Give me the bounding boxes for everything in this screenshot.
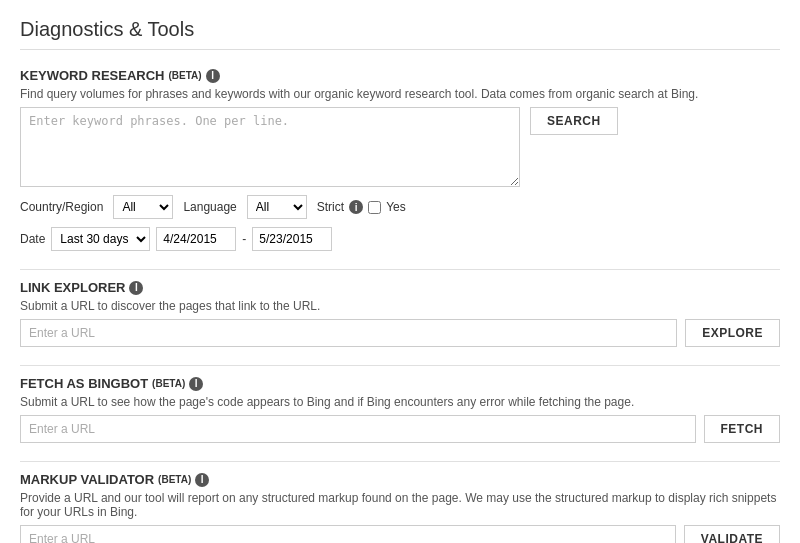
link-explorer-label: LINK EXPLORER [20,280,125,295]
country-label: Country/Region [20,200,103,214]
markup-validator-info-icon[interactable]: i [195,473,209,487]
markup-validator-input-row: VALIDATE [20,525,780,543]
keyword-research-description: Find query volumes for phrases and keywo… [20,87,780,101]
link-explorer-section: LINK EXPLORER i Submit a URL to discover… [20,280,780,347]
strict-info-icon[interactable]: i [349,200,363,214]
divider-3 [20,461,780,462]
yes-label: Yes [386,200,406,214]
markup-validator-button[interactable]: VALIDATE [684,525,780,543]
date-label: Date [20,232,45,246]
markup-validator-section: MARKUP VALIDATOR (BETA) i Provide a URL … [20,472,780,543]
fetch-bingbot-label: FETCH AS BINGBOT [20,376,148,391]
markup-validator-beta: (BETA) [158,474,191,485]
date-separator: - [242,232,246,246]
markup-validator-description: Provide a URL and our tool will report o… [20,491,780,519]
link-explorer-description: Submit a URL to discover the pages that … [20,299,780,313]
fetch-bingbot-section: FETCH AS BINGBOT (BETA) i Submit a URL t… [20,376,780,443]
markup-validator-url-input[interactable] [20,525,676,543]
keyword-research-beta: (BETA) [168,70,201,81]
strict-row: Strict i Yes [317,200,406,214]
date-to-input[interactable] [252,227,332,251]
language-label: Language [183,200,236,214]
language-select[interactable]: All [247,195,307,219]
keyword-search-button[interactable]: SEARCH [530,107,618,135]
link-explorer-info-icon[interactable]: i [129,281,143,295]
link-explorer-title: LINK EXPLORER i [20,280,780,295]
keyword-research-section: KEYWORD RESEARCH (BETA) i Find query vol… [20,68,780,251]
page-title: Diagnostics & Tools [20,18,780,50]
fetch-bingbot-title: FETCH AS BINGBOT (BETA) i [20,376,780,391]
country-select[interactable]: All [113,195,173,219]
keyword-research-title: KEYWORD RESEARCH (BETA) i [20,68,780,83]
fetch-bingbot-beta: (BETA) [152,378,185,389]
date-preset-select[interactable]: Last 30 days [51,227,150,251]
strict-label: Strict [317,200,344,214]
fetch-bingbot-url-input[interactable] [20,415,696,443]
keyword-research-label: KEYWORD RESEARCH [20,68,164,83]
fetch-bingbot-button[interactable]: FETCH [704,415,781,443]
keyword-date-row: Date Last 30 days - [20,227,780,251]
link-explorer-input-row: EXPLORE [20,319,780,347]
strict-checkbox[interactable] [368,201,381,214]
keyword-textarea[interactable] [20,107,520,187]
keyword-research-info-icon[interactable]: i [206,69,220,83]
divider-2 [20,365,780,366]
link-explorer-button[interactable]: EXPLORE [685,319,780,347]
divider-1 [20,269,780,270]
markup-validator-label: MARKUP VALIDATOR [20,472,154,487]
link-explorer-url-input[interactable] [20,319,677,347]
keyword-filter-row: Country/Region All Language All Strict i… [20,195,780,219]
date-from-input[interactable] [156,227,236,251]
fetch-bingbot-info-icon[interactable]: i [189,377,203,391]
keyword-input-row: SEARCH [20,107,780,187]
markup-validator-title: MARKUP VALIDATOR (BETA) i [20,472,780,487]
fetch-bingbot-input-row: FETCH [20,415,780,443]
fetch-bingbot-description: Submit a URL to see how the page's code … [20,395,780,409]
